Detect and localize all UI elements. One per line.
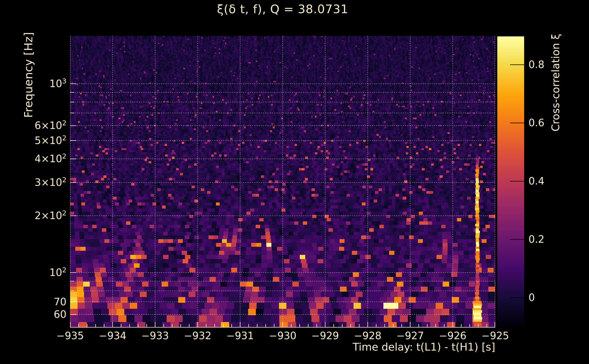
colorbar-tick-label: 0.4 [529,175,574,187]
y-tick-label: 60 [0,308,66,320]
x-tick-label: −935 [47,330,93,342]
colorbar-tick-label: 0.8 [529,59,574,71]
y-tick-label: 70 [0,296,66,308]
colorbar-tick [510,123,524,123]
y-tick-label: 103 [0,78,66,90]
x-tick-label: −928 [345,330,391,342]
x-tick-label: −926 [430,330,475,342]
y-tick-label: 2×102 [0,210,66,221]
y-tick-label: 6×102 [0,120,66,131]
y-tick-label: 5×102 [0,135,66,147]
x-tick-label: −927 [387,330,433,342]
x-tick-label: −930 [260,330,305,342]
colorbar-tick [510,239,524,240]
colorbar-tick-label: 0.2 [529,234,574,245]
colorbar-tick-label: 0 [529,292,574,304]
plot-title: ξ(δ t, f), Q = 38.0731 [70,2,495,16]
x-tick-label: −932 [175,330,220,342]
colorbar-tick-label: 0.6 [529,117,574,129]
y-tick-label: 3×102 [0,176,66,188]
colorbar-tick [510,64,524,65]
x-tick-label: −931 [217,330,263,342]
x-tick-label: −934 [90,330,135,342]
spectrogram-heatmap-canvas [70,36,495,328]
x-tick-label: −929 [302,330,348,342]
colorbar [497,36,524,328]
x-tick-label: −933 [132,330,178,342]
colorbar-tick [510,181,524,182]
y-axis-label: Frequency [Hz] [22,32,35,118]
y-tick-label: 102 [0,267,66,279]
qscan-cross-correlation-figure: ξ(δ t, f), Q = 38.0731 Frequency [Hz] Cr… [0,0,589,364]
x-tick-label: −925 [472,330,518,342]
colorbar-tick [510,297,524,298]
x-axis-label: Time delay: t(L1) - t(H1) [s] [268,341,495,353]
y-tick-label: 4×102 [0,153,66,165]
